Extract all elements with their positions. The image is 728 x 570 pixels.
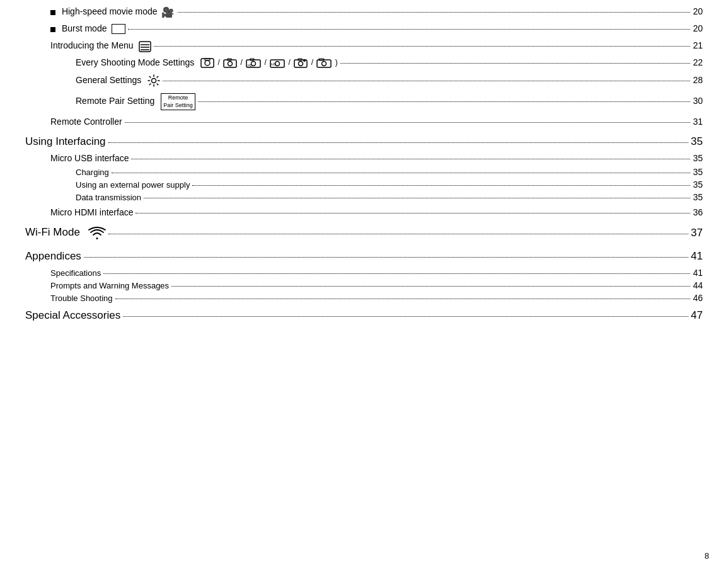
toc-dots bbox=[123, 316, 688, 317]
toc-general-settings: General Settings 28 bbox=[25, 74, 703, 87]
svg-point-20 bbox=[303, 59, 306, 62]
toc-special-accessories: Special Accessories 47 bbox=[25, 309, 703, 322]
toc-page-wifi: 37 bbox=[691, 227, 703, 239]
bullet-icon bbox=[50, 27, 55, 32]
toc-wifi-mode: Wi-Fi Mode 37 bbox=[25, 226, 703, 240]
toc-label-prompts: Prompts and Warning Messages bbox=[50, 281, 169, 290]
camera-hs-icon: 🎥 bbox=[161, 6, 174, 18]
menu-icon bbox=[139, 40, 151, 52]
toc-high-speed-movie: High-speed movie mode 🎥 20 bbox=[25, 6, 703, 18]
toc-dots bbox=[136, 213, 690, 214]
toc-page-micro-usb: 35 bbox=[693, 153, 703, 163]
svg-text:HS: HS bbox=[271, 62, 276, 66]
toc-page-prompts: 44 bbox=[693, 280, 703, 290]
toc-appendices: Appendices 41 bbox=[25, 250, 703, 263]
toc-introducing-menu: Introducing the Menu 21 bbox=[25, 40, 703, 52]
toc-page-specifications: 41 bbox=[693, 268, 703, 278]
toc-label-data-transmission: Data transmission bbox=[76, 193, 141, 202]
toc-label-specifications: Specifications bbox=[50, 268, 101, 278]
toc-label-menu: Introducing the Menu bbox=[50, 40, 151, 52]
toc-page-micro-hdmi: 36 bbox=[693, 207, 703, 217]
toc-dots bbox=[163, 81, 690, 81]
svg-point-24 bbox=[152, 79, 156, 83]
toc-label-micro-hdmi: Micro HDMI interface bbox=[50, 207, 133, 217]
svg-rect-6 bbox=[205, 59, 210, 60]
svg-point-18 bbox=[299, 62, 303, 66]
toc-page-appendices: 41 bbox=[691, 250, 703, 263]
toc-dots bbox=[198, 101, 691, 102]
toc-page-using-interfacing: 35 bbox=[691, 135, 703, 148]
svg-point-22 bbox=[322, 62, 326, 66]
toc-label-shooting: Every Shooting Mode Settings / / HD / bbox=[76, 57, 338, 68]
svg-point-8 bbox=[228, 62, 233, 66]
toc-label-appendices: Appendices bbox=[25, 250, 81, 263]
toc-page-data-transmission: 35 bbox=[693, 192, 703, 202]
toc-trouble-shooting: Trouble Shooting 46 bbox=[25, 293, 703, 303]
toc-page-shooting: 22 bbox=[693, 57, 703, 67]
toc-dots bbox=[131, 159, 690, 159]
toc-label-micro-usb: Micro USB interface bbox=[50, 153, 129, 163]
svg-point-5 bbox=[205, 60, 210, 66]
toc-label-trouble: Trouble Shooting bbox=[50, 294, 113, 303]
bullet-icon bbox=[50, 10, 55, 15]
toc-page-special: 47 bbox=[691, 309, 703, 322]
toc-dots bbox=[171, 286, 690, 287]
toc-dots bbox=[192, 185, 690, 186]
toc-prompts: Prompts and Warning Messages 44 bbox=[25, 280, 703, 290]
toc-dots bbox=[84, 257, 688, 258]
toc-dots bbox=[108, 142, 689, 143]
toc-label-general: General Settings bbox=[76, 74, 160, 87]
toc-label-remote-controller: Remote Controller bbox=[50, 117, 122, 127]
wifi-icon bbox=[88, 226, 106, 240]
toc-dots bbox=[340, 63, 691, 64]
toc-dots bbox=[178, 12, 691, 13]
toc-remote-controller: Remote Controller 31 bbox=[25, 117, 703, 127]
toc-every-shooting: Every Shooting Mode Settings / / HD / bbox=[25, 57, 703, 68]
toc-dots bbox=[112, 173, 691, 173]
svg-rect-4 bbox=[201, 59, 214, 67]
shooting-mode-icons: / / HD / HS / bbox=[199, 58, 337, 67]
gear-icon bbox=[147, 74, 160, 87]
toc-dots bbox=[144, 198, 690, 198]
toc-burst-mode: Burst mode 20 bbox=[25, 23, 703, 34]
toc-specifications: Specifications 41 bbox=[25, 268, 703, 278]
toc-label-high-speed: High-speed movie mode 🎥 bbox=[50, 6, 175, 18]
toc-dots bbox=[115, 299, 691, 299]
remote-pair-icon: RemotePair Setting bbox=[161, 93, 195, 110]
toc-dots bbox=[108, 234, 688, 234]
toc-label-using-interfacing: Using Interfacing bbox=[25, 135, 106, 148]
toc-remote-pair: Remote Pair Setting RemotePair Setting 3… bbox=[25, 93, 703, 110]
toc-label-charging: Charging bbox=[76, 168, 109, 177]
toc-label-wifi: Wi-Fi Mode bbox=[25, 226, 106, 240]
burst-icon bbox=[112, 24, 125, 34]
toc-dots bbox=[154, 46, 690, 47]
toc-data-transmission: Data transmission 35 bbox=[25, 192, 703, 202]
toc-micro-hdmi: Micro HDMI interface 36 bbox=[25, 207, 703, 217]
svg-text:HD: HD bbox=[248, 64, 253, 67]
toc-label-special: Special Accessories bbox=[25, 309, 120, 322]
toc-dots bbox=[103, 273, 690, 274]
toc-micro-usb: Micro USB interface 35 bbox=[25, 153, 703, 163]
toc-dots bbox=[128, 29, 690, 30]
toc-label-remote-pair: Remote Pair Setting RemotePair Setting bbox=[76, 93, 195, 110]
toc-external-power: Using an external power supply 35 bbox=[25, 180, 703, 190]
toc-page-general: 28 bbox=[693, 75, 703, 85]
toc-page-burst: 20 bbox=[693, 23, 703, 33]
page-number: 8 bbox=[705, 551, 709, 561]
toc-page-high-speed: 20 bbox=[693, 6, 703, 16]
toc-page-menu: 21 bbox=[693, 40, 703, 50]
toc-using-interfacing: Using Interfacing 35 bbox=[25, 135, 703, 148]
toc-dots bbox=[125, 122, 691, 123]
toc-page-trouble: 46 bbox=[693, 293, 703, 303]
toc-page-charging: 35 bbox=[693, 167, 703, 177]
toc-page-remote-controller: 31 bbox=[693, 117, 703, 127]
toc-label-burst: Burst mode bbox=[50, 23, 125, 34]
toc-page-external-power: 35 bbox=[693, 180, 703, 190]
toc-page-remote-pair: 30 bbox=[693, 96, 703, 106]
toc-charging: Charging 35 bbox=[25, 167, 703, 177]
toc-label-external-power: Using an external power supply bbox=[76, 180, 190, 190]
